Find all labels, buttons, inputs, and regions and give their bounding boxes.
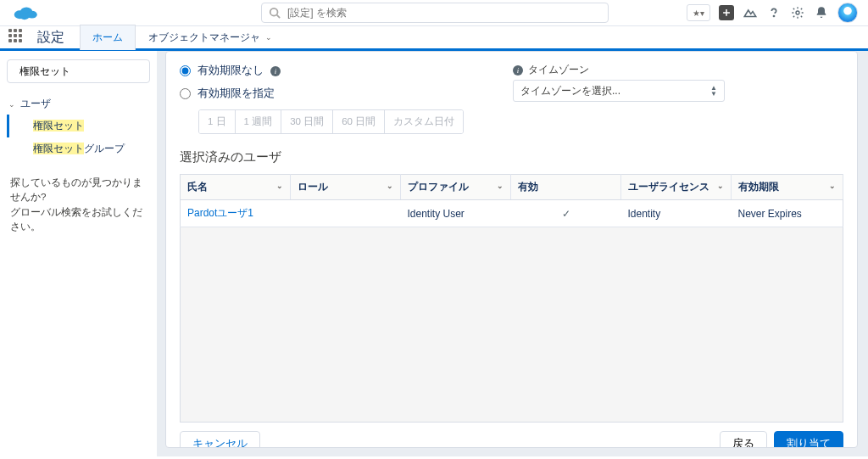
radio-specify-expiration-label: 有効期限を指定 xyxy=(198,87,275,101)
app-title: 設定 xyxy=(37,29,64,47)
chevron-down-icon: ⌄ xyxy=(387,182,393,190)
favorites-dropdown[interactable]: ★▾ xyxy=(687,4,710,21)
duration-60days[interactable]: 60 日間 xyxy=(333,110,385,133)
radio-no-expiration[interactable]: 有効期限なし i xyxy=(180,64,464,78)
chevron-down-icon: ⌄ xyxy=(829,182,836,190)
duration-1day[interactable]: 1 日 xyxy=(199,110,236,133)
sidebar-help-text: 探しているものが見つかりませんか? グローバル検索をお試しください。 xyxy=(7,176,150,234)
sidebar-item-permission-set-groups[interactable]: 権限セットグループ xyxy=(7,137,150,160)
sidebar-section-label: ユーザ xyxy=(20,97,51,111)
radio-no-expiration-label: 有効期限なし xyxy=(198,64,264,78)
table-empty-space xyxy=(180,227,843,423)
help-icon[interactable] xyxy=(766,5,782,20)
radio-no-expiration-input[interactable] xyxy=(180,65,191,76)
global-search[interactable] xyxy=(261,3,609,23)
sidebar-item-hl: 権限セット xyxy=(33,143,84,154)
duration-1week[interactable]: 1 週間 xyxy=(236,110,282,133)
col-license[interactable]: ユーザライセンス⌄ xyxy=(621,175,732,200)
timezone-label: iタイムゾーン xyxy=(513,64,725,76)
tab-object-manager[interactable]: オブジェクトマネージャ⌄ xyxy=(136,25,285,50)
info-icon[interactable]: i xyxy=(513,65,523,76)
selected-users-table: 氏名⌄ ロール⌄ プロファイル⌄ 有効 ユーザライセンス⌄ 有効期限⌄ Pard… xyxy=(180,174,843,227)
svg-point-4 xyxy=(270,8,278,16)
trailhead-icon[interactable] xyxy=(743,5,758,20)
cell-role xyxy=(291,200,401,227)
assignment-panel: 有効期限なし i 有効期限を指定 1 日 1 週間 30 日間 60 日間 カス… xyxy=(165,51,858,448)
content-area: 有効期限なし i 有効期限を指定 1 日 1 週間 30 日間 60 日間 カス… xyxy=(157,51,868,456)
table-row[interactable]: Pardotユーザ1 Identity User ✓ Identity Neve… xyxy=(181,200,843,227)
cell-profile: Identity User xyxy=(401,200,511,227)
svg-point-6 xyxy=(773,15,774,16)
selected-users-heading: 選択済みのユーザ xyxy=(180,149,843,165)
global-header: ★▾ ＋ xyxy=(0,0,868,25)
sidebar-item-rest: グループ xyxy=(84,143,125,154)
col-role[interactable]: ロール⌄ xyxy=(291,175,401,200)
table-header-row: 氏名⌄ ロール⌄ プロファイル⌄ 有効 ユーザライセンス⌄ 有効期限⌄ xyxy=(181,175,843,200)
gear-icon[interactable] xyxy=(790,5,805,20)
header-actions: ★▾ ＋ xyxy=(687,3,858,23)
nav-bar: 設定 ホーム オブジェクトマネージャ⌄ xyxy=(0,25,868,51)
col-active[interactable]: 有効 xyxy=(511,175,621,200)
timezone-label-text: タイムゾーン xyxy=(528,64,589,76)
cell-expiry: Never Expires xyxy=(732,200,843,227)
add-icon[interactable]: ＋ xyxy=(719,5,734,20)
cell-active: ✓ xyxy=(511,200,621,227)
main-layout: ⌄ユーザ 権限セット 権限セットグループ 探しているものが見つかりませんか? グ… xyxy=(0,51,868,456)
col-name[interactable]: 氏名⌄ xyxy=(181,175,291,200)
salesforce-logo[interactable] xyxy=(10,3,41,23)
expiration-form: 有効期限なし i 有効期限を指定 1 日 1 週間 30 日間 60 日間 カス… xyxy=(180,64,843,134)
help-line1: 探しているものが見つかりませんか? xyxy=(10,176,147,205)
cancel-button[interactable]: キャンセル xyxy=(180,431,260,448)
sidebar-search[interactable] xyxy=(7,59,150,83)
help-line2: グローバル検索をお試しください。 xyxy=(10,205,147,235)
duration-30days[interactable]: 30 日間 xyxy=(281,110,333,133)
stepper-icon: ▲▼ xyxy=(710,85,717,97)
duration-button-group: 1 日 1 週間 30 日間 60 日間 カスタム日付 xyxy=(198,109,464,134)
avatar[interactable] xyxy=(837,3,858,23)
chevron-down-icon: ⌄ xyxy=(8,100,15,109)
radio-specify-expiration-input[interactable] xyxy=(180,88,191,99)
timezone-value: タイムゾーンを選択... xyxy=(520,84,620,98)
sidebar: ⌄ユーザ 権限セット 権限セットグループ 探しているものが見つかりませんか? グ… xyxy=(0,51,157,456)
chevron-down-icon: ⌄ xyxy=(497,182,504,190)
assign-button[interactable]: 割り当て xyxy=(774,431,843,448)
sidebar-item-hl: 権限セット xyxy=(33,120,84,132)
tab-home-label: ホーム xyxy=(92,31,123,45)
radio-specify-expiration[interactable]: 有効期限を指定 xyxy=(180,87,464,101)
global-search-input[interactable] xyxy=(287,7,601,19)
sidebar-item-permission-sets[interactable]: 権限セット xyxy=(7,115,150,137)
sidebar-search-input[interactable] xyxy=(19,65,147,77)
sidebar-section-users[interactable]: ⌄ユーザ xyxy=(7,93,150,115)
tab-home[interactable]: ホーム xyxy=(80,25,136,50)
bell-icon[interactable] xyxy=(814,5,829,20)
tab-object-manager-label: オブジェクトマネージャ xyxy=(148,31,260,45)
info-icon[interactable]: i xyxy=(270,66,281,76)
cell-license: Identity xyxy=(621,200,732,227)
chevron-down-icon: ⌄ xyxy=(265,33,272,42)
timezone-select[interactable]: タイムゾーンを選択... ▲▼ xyxy=(513,80,725,102)
footer-actions: キャンセル 戻る 割り当て xyxy=(180,431,843,448)
svg-point-3 xyxy=(19,14,29,20)
user-link[interactable]: Pardotユーザ1 xyxy=(187,207,253,219)
back-button[interactable]: 戻る xyxy=(720,431,767,448)
svg-point-7 xyxy=(796,11,799,14)
col-expiry[interactable]: 有効期限⌄ xyxy=(732,175,843,200)
chevron-down-icon: ⌄ xyxy=(276,182,283,190)
col-profile[interactable]: プロファイル⌄ xyxy=(401,175,511,200)
app-launcher-icon[interactable] xyxy=(8,29,25,46)
chevron-down-icon: ⌄ xyxy=(717,182,724,190)
duration-custom[interactable]: カスタム日付 xyxy=(385,110,463,133)
svg-line-5 xyxy=(277,15,281,19)
